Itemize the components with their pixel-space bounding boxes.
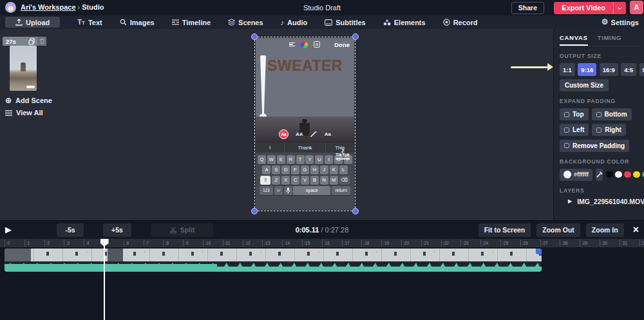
annotation-arrow-line [511, 66, 547, 68]
zoom-in-button[interactable]: Zoom In [586, 223, 624, 237]
key-e: E [277, 155, 285, 164]
toolbar-item-subtitles[interactable]: Subtitles [325, 19, 365, 26]
scene-thumbnail[interactable] [10, 46, 37, 91]
editor-main: 27s ⊕ Add Scene View All A Done [0, 29, 644, 220]
export-options-button[interactable] [613, 2, 626, 14]
canvas-preview[interactable]: A Done SWEATER Aa AA Aa IThankThis QWERT… [256, 38, 354, 210]
scene-thumbnail-watermark [26, 86, 35, 89]
tiktok-username-blur [336, 158, 350, 160]
duplicate-scene-icon[interactable] [28, 38, 35, 45]
color-hex-button[interactable]: #ffffff [560, 169, 592, 181]
remove-padding-button[interactable]: Remove Padding [560, 140, 629, 152]
panel-tabs: CANVASTIMING [560, 34, 639, 46]
selection-handle-topright[interactable] [352, 33, 359, 40]
clip-trim-handle[interactable] [536, 249, 542, 254]
audio-waveform [5, 261, 542, 272]
video-clip[interactable] [5, 249, 542, 272]
ruler-tick: :28 [560, 240, 567, 247]
checkbox-icon [564, 143, 569, 148]
account-avatar[interactable]: A [630, 1, 643, 14]
key-☺: ☺ [274, 186, 283, 195]
text-style-icon: A [314, 41, 320, 48]
close-timeline-button[interactable]: × [633, 225, 639, 235]
tab-timing[interactable]: TIMING [598, 34, 621, 46]
delete-scene-button[interactable] [37, 37, 46, 46]
annotation-arrow [511, 63, 553, 71]
ratio-button-4x5[interactable]: 4:5 [621, 63, 636, 76]
suggestion-thank[interactable]: Thank [284, 143, 325, 153]
view-all-button[interactable]: View All [5, 109, 43, 117]
checkbox-icon [596, 127, 601, 133]
swatch-ffffff[interactable] [615, 171, 622, 178]
ruler-tick: :11 [223, 240, 231, 247]
checkbox-icon [564, 127, 569, 133]
custom-size-button[interactable]: Custom Size [560, 79, 609, 91]
selection-handle-topleft[interactable] [251, 33, 258, 40]
padding-button-top[interactable]: Top [560, 108, 589, 120]
text-size-slider [260, 55, 266, 120]
timeline-ruler[interactable]: :0:1:2:3:4:5:6:7:8:9:10:11:12:13:14:15:1… [0, 239, 644, 247]
share-button[interactable]: Share [511, 2, 544, 14]
ruler-tick: :23 [460, 240, 468, 247]
ruler-tick: :1 [24, 240, 30, 247]
key-t: T [296, 155, 305, 164]
toolbar-item-upload[interactable]: Upload [5, 17, 60, 28]
padding-button-right[interactable]: Right [592, 124, 626, 136]
ratio-button-16x9[interactable]: 16:9 [600, 63, 618, 76]
add-scene-button[interactable]: ⊕ Add Scene [5, 97, 52, 104]
padding-buttons: TopBottomLeftRight [560, 108, 639, 136]
toolbar-item-timeline[interactable]: Timeline [172, 19, 211, 26]
scenes-icon [228, 19, 235, 26]
key-return: return [332, 186, 350, 195]
ratio-button-5x4[interactable]: 5:4 [639, 63, 644, 76]
brush-icon [310, 131, 317, 137]
swatch-ef3a56[interactable] [624, 171, 631, 178]
color-hex-value: #ffffff [574, 171, 589, 178]
toolbar-item-text[interactable]: TTText [77, 19, 102, 26]
export-video-button[interactable]: Export Video [554, 2, 626, 14]
background-color-label: BACKGROUND COLOR [560, 158, 639, 165]
toolbar-item-scenes[interactable]: Scenes [228, 19, 263, 26]
selection-handle-bottomright[interactable] [352, 208, 359, 214]
padding-button-left[interactable]: Left [560, 124, 589, 136]
layer-row[interactable]: ▶ IMG_229561040.MOV [568, 198, 639, 205]
playhead-line[interactable] [104, 239, 105, 320]
tab-canvas[interactable]: CANVAS [560, 34, 588, 46]
ruler-tick: :20 [401, 240, 409, 247]
key-g: G [301, 165, 309, 174]
ruler-tick: :26 [520, 240, 528, 247]
selection-handle-bottomleft[interactable] [251, 208, 258, 214]
audio-icon: ♪ [281, 19, 285, 26]
ratio-button-9x16[interactable]: 9:16 [578, 63, 596, 76]
ratio-button-1x1[interactable]: 1:1 [560, 63, 575, 76]
layer-expand-icon[interactable]: ▶ [568, 198, 572, 204]
toolbar-item-images[interactable]: Images [120, 19, 155, 26]
key-s: S [272, 165, 280, 174]
toolbar-item-record[interactable]: Record [443, 19, 478, 26]
ruler-tick: :8 [163, 240, 168, 247]
padding-button-bottom[interactable]: Bottom [592, 108, 632, 120]
settings-button[interactable]: ⚙ Settings [601, 19, 639, 26]
key-b: B [310, 176, 319, 185]
expand-padding-label: EXPAND PADDING [560, 98, 639, 104]
toolbar-item-elements[interactable]: Elements [383, 19, 426, 26]
key-i: I [325, 155, 333, 164]
suggestion-i[interactable]: I [256, 143, 284, 153]
add-scene-label: Add Scene [15, 97, 52, 104]
record-icon [443, 19, 450, 26]
time-separator: / [319, 226, 325, 234]
ruler-tick: :30 [600, 240, 607, 247]
text-align-icon [289, 42, 295, 47]
key-z: Z [272, 176, 280, 185]
swatch-0b0b0d[interactable] [606, 171, 613, 178]
swatch-ffd900[interactable] [633, 171, 640, 178]
phone-keyboard: QWERTYUIOP ASDFGHJKL ⇧ZXCVBNM⌫ 123☺space… [256, 153, 354, 210]
eyedropper-button[interactable] [596, 169, 603, 181]
ruler-tick: :2 [44, 240, 50, 247]
key-u: U [315, 155, 323, 164]
zoom-out-button[interactable]: Zoom Out [536, 223, 580, 237]
ruler-tick: :0 [5, 240, 10, 247]
fit-to-screen-button[interactable]: Fit to Screen [478, 223, 531, 237]
toolbar-item-audio[interactable]: ♪Audio [281, 19, 308, 26]
ruler-tick: :19 [381, 240, 389, 247]
